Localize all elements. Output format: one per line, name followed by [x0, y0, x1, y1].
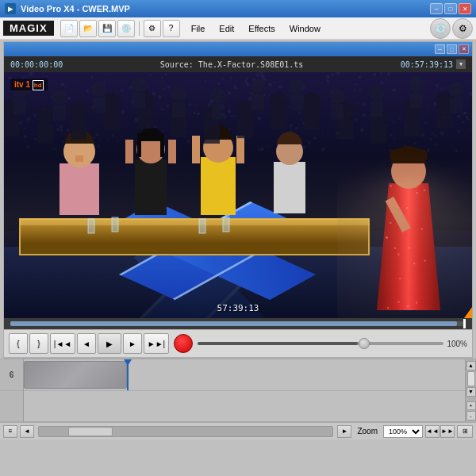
volume-track[interactable] [198, 342, 443, 345]
sub-minimize[interactable]: ─ [435, 44, 445, 54]
timecode-right: 00:57:39:13 [401, 60, 453, 69]
playhead [127, 359, 129, 390]
tv-logo-text: itv [14, 80, 24, 89]
maximize-button[interactable]: □ [444, 3, 457, 14]
nav-right-btn[interactable]: ►► [440, 425, 455, 438]
sub-close[interactable]: ✕ [459, 44, 469, 54]
nav-left-btn[interactable]: ◄◄ [425, 425, 440, 438]
menu-edit[interactable]: Edit [213, 21, 240, 36]
toolbar-separator [139, 21, 140, 36]
help-button[interactable]: ? [163, 20, 180, 37]
play-button[interactable]: ▶ [98, 333, 121, 354]
settings-icon-btn[interactable]: ≡ [3, 425, 17, 438]
source-label: Source: The.X-Factor.S08E01.ts [63, 60, 401, 69]
track-content [24, 359, 465, 422]
minimize-button[interactable]: ─ [430, 3, 443, 14]
volume-control: 100% [198, 340, 467, 348]
sub-maximize[interactable]: □ [447, 44, 457, 54]
zoom-select[interactable]: 100% 50% 200% [383, 425, 423, 438]
new-button[interactable]: 📄 [60, 20, 78, 37]
hd-badge: hd [33, 80, 44, 90]
menu-items: File Edit Effects Window [185, 21, 327, 36]
disc-button-1[interactable]: 💿 [430, 18, 451, 39]
burn-button[interactable]: 💿 [117, 20, 135, 37]
menu-effects[interactable]: Effects [242, 21, 281, 36]
disc-button-2[interactable]: ⚙ [452, 18, 473, 39]
orange-indicator [464, 307, 472, 318]
clip-thumbnail [25, 362, 126, 388]
record-button[interactable] [174, 334, 193, 353]
scrubber-track[interactable] [10, 321, 466, 326]
prev-frame-button[interactable]: ◄ [77, 333, 96, 354]
next-frame-button[interactable]: ► [123, 333, 142, 354]
menu-bar: MAGIX 📄 📂 💾 💿 ⚙ ? File Edit Effects Wind… [0, 17, 476, 40]
video-sub-window: ─ □ ✕ 00:00:00:00 Source: The.X-Factor.S… [3, 41, 473, 359]
timecode-left: 00:00:00:00 [10, 60, 63, 69]
open-button[interactable]: 📂 [79, 20, 97, 37]
video-frame: itv 1 hd 57:39:13 [4, 72, 472, 318]
magix-logo: MAGIX [3, 21, 54, 36]
track-number: 6 [0, 359, 23, 391]
scroll-thumb[interactable] [467, 371, 475, 386]
close-button[interactable]: ✕ [459, 3, 471, 14]
track-row-2 [24, 391, 465, 423]
source-dropdown[interactable]: ▼ [456, 60, 466, 69]
scrubber-bar[interactable] [4, 318, 472, 329]
mark-out-button[interactable]: } [29, 333, 48, 354]
tv-logo-overlay: itv 1 hd [10, 79, 48, 90]
go-end-button[interactable]: ►►| [144, 333, 169, 354]
scroll-plus[interactable]: + [466, 401, 476, 411]
track-number-2 [0, 391, 23, 423]
horizontal-scroll-thumb[interactable] [68, 427, 113, 436]
tv-channel-number: 1 [25, 80, 32, 89]
track-clip-1[interactable] [24, 361, 127, 389]
title-bar-controls: ─ □ ✕ [430, 3, 471, 14]
menu-window[interactable]: Window [283, 21, 327, 36]
timeline-area: 6 ▲ ▼ + - [0, 359, 476, 422]
window-title: Video Pro X4 - CWER.MVP [21, 4, 130, 13]
horizontal-scrollbar[interactable] [38, 426, 333, 437]
scroll-left-btn[interactable]: ◄ [20, 425, 34, 438]
app-icon: ▶ [5, 3, 16, 14]
scrubber-handle[interactable] [463, 319, 466, 328]
scrubber-fill [10, 321, 457, 326]
time-overlay: 57:39:13 [217, 303, 259, 313]
go-start-button[interactable]: |◄◄ [50, 333, 75, 354]
track-row-1 [24, 359, 465, 391]
save-button[interactable]: 💾 [98, 20, 116, 37]
bottom-bar: ≡ ◄ ► Zoom 100% 50% 200% ◄◄ ►► ⊞ [0, 422, 476, 440]
volume-handle[interactable] [359, 338, 370, 349]
settings-button[interactable]: ⚙ [144, 20, 161, 37]
expand-button[interactable]: ⊞ [457, 425, 473, 438]
track-labels: 6 [0, 359, 24, 422]
volume-percent: 100% [447, 340, 467, 348]
menu-file[interactable]: File [185, 21, 212, 36]
scroll-minus[interactable]: - [466, 411, 476, 420]
volume-fill [198, 342, 358, 345]
scroll-up-arrow[interactable]: ▲ [466, 361, 476, 370]
video-info-bar: 00:00:00:00 Source: The.X-Factor.S08E01.… [4, 56, 472, 72]
mark-in-button[interactable]: { [9, 333, 28, 354]
title-bar: ▶ Video Pro X4 - CWER.MVP ─ □ ✕ [0, 0, 476, 17]
scroll-down-arrow[interactable]: ▼ [466, 387, 476, 397]
transport-bar: { } |◄◄ ◄ ▶ ► ►►| 100% [4, 329, 472, 358]
scroll-right-btn[interactable]: ► [337, 425, 351, 438]
right-scrollbar: ▲ ▼ + - [465, 359, 476, 422]
sub-window-titlebar: ─ □ ✕ [4, 42, 472, 56]
nav-arrows: ◄◄ ►► [425, 425, 455, 438]
zoom-label: Zoom [354, 427, 381, 436]
